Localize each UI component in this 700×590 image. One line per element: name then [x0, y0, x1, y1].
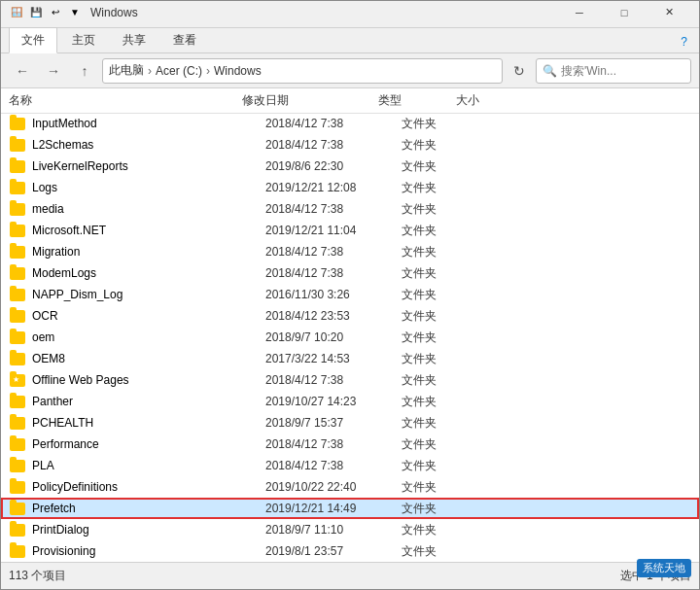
file-name: OEM8: [32, 352, 265, 365]
help-button[interactable]: ?: [677, 31, 691, 52]
file-name: Performance: [32, 437, 265, 451]
file-date: 2018/4/12 23:53: [265, 309, 402, 323]
table-row[interactable]: Microsoft.NET2019/12/21 11:04文件夹: [1, 220, 699, 241]
file-type: 文件夹: [402, 351, 479, 367]
folder-icon: [9, 201, 26, 217]
file-date: 2019/12/21 12:08: [265, 181, 402, 194]
search-input[interactable]: [561, 64, 684, 78]
search-icon: 🔍: [542, 64, 557, 78]
minimize-button[interactable]: ─: [557, 0, 602, 28]
tab-file[interactable]: 文件: [9, 27, 57, 53]
table-row[interactable]: OEM82017/3/22 14:53文件夹: [1, 348, 699, 369]
folder-icon: [9, 394, 26, 409]
table-row[interactable]: Panther2019/10/27 14:23文件夹: [1, 391, 699, 412]
file-date: 2018/4/12 7:38: [265, 266, 402, 280]
quick-access-icon[interactable]: 💾: [28, 5, 44, 20]
maximize-button[interactable]: □: [602, 0, 647, 28]
col-header-size[interactable]: 大小: [456, 92, 534, 109]
table-row[interactable]: Performance2018/4/12 7:38文件夹: [1, 434, 699, 455]
title-bar-icons: 🪟 💾 ↩ ▼: [9, 5, 83, 20]
file-name: InputMethod: [32, 117, 265, 130]
table-row[interactable]: LiveKernelReports2019/8/6 22:30文件夹: [1, 156, 699, 177]
properties-icon[interactable]: ▼: [67, 5, 83, 20]
file-date: 2018/4/12 7:38: [265, 202, 402, 216]
file-date: 2019/12/21 11:04: [265, 224, 402, 237]
file-date: 2017/3/22 14:53: [265, 352, 402, 365]
col-header-type[interactable]: 类型: [378, 92, 456, 109]
table-row[interactable]: Migration2018/4/12 7:38文件夹: [1, 241, 699, 262]
file-type: 文件夹: [402, 543, 479, 560]
back-button[interactable]: ←: [9, 57, 36, 85]
folder-icon: [9, 116, 26, 131]
file-type: 文件夹: [402, 479, 479, 496]
close-button[interactable]: ✕: [647, 0, 691, 28]
file-date: 2018/9/7 11:10: [265, 523, 402, 537]
up-button[interactable]: ↑: [71, 57, 98, 85]
file-name: Migration: [32, 245, 265, 259]
table-row[interactable]: media2018/4/12 7:38文件夹: [1, 198, 699, 220]
folder-icon: [9, 543, 26, 559]
file-name: Microsoft.NET: [32, 224, 265, 237]
tab-view[interactable]: 查看: [160, 27, 209, 52]
file-type: 文件夹: [402, 308, 479, 325]
file-name: Provisioning: [32, 544, 265, 558]
table-row[interactable]: InputMethod2018/4/12 7:38文件夹: [1, 114, 699, 134]
col-header-date[interactable]: 修改日期: [242, 92, 378, 109]
watermark: 系统天地: [637, 559, 691, 577]
window-title: Windows: [90, 6, 557, 19]
file-name: Logs: [32, 181, 265, 194]
file-date: 2018/4/12 7:38: [265, 437, 402, 451]
forward-button[interactable]: →: [40, 57, 67, 85]
file-type: 文件夹: [402, 522, 479, 538]
file-date: 2018/9/7 10:20: [265, 330, 402, 344]
refresh-button[interactable]: ↻: [507, 58, 532, 84]
file-name: Prefetch: [32, 502, 265, 515]
table-row[interactable]: oem2018/9/7 10:20文件夹: [1, 327, 699, 348]
search-bar[interactable]: 🔍: [536, 58, 691, 84]
file-name: ModemLogs: [32, 266, 265, 280]
table-row[interactable]: Provisioning2019/8/1 23:57文件夹: [1, 540, 699, 562]
table-row[interactable]: L2Schemas2018/4/12 7:38文件夹: [1, 134, 699, 156]
file-name: OCR: [32, 309, 265, 323]
table-row[interactable]: ModemLogs2018/4/12 7:38文件夹: [1, 262, 699, 284]
col-header-name[interactable]: 名称: [9, 92, 242, 109]
file-date: 2018/4/12 7:38: [265, 138, 402, 152]
file-type: 文件夹: [402, 394, 479, 410]
breadcrumb-drive[interactable]: Acer (C:): [156, 64, 202, 78]
file-type: 文件夹: [402, 330, 479, 346]
tab-home[interactable]: 主页: [59, 27, 108, 52]
table-row[interactable]: NAPP_Dism_Log2016/11/30 3:26文件夹: [1, 284, 699, 305]
folder-icon: [9, 458, 26, 473]
folder-icon: [9, 351, 26, 366]
title-controls: ─ □ ✕: [557, 0, 691, 28]
address-bar[interactable]: 此电脑 › Acer (C:) › Windows: [102, 58, 503, 84]
file-list[interactable]: ImmersiveControlPanel2019/10/22 22:40文件夹…: [1, 114, 699, 562]
file-date: 2019/8/6 22:30: [265, 159, 402, 173]
table-row[interactable]: PLA2018/4/12 7:38文件夹: [1, 455, 699, 476]
folder-icon: [9, 436, 26, 452]
file-type: 文件夹: [402, 223, 479, 239]
file-date: 2018/4/12 7:38: [265, 117, 402, 130]
file-type: 文件夹: [402, 158, 479, 175]
breadcrumb-computer[interactable]: 此电脑: [109, 62, 144, 79]
undo-icon[interactable]: ↩: [48, 5, 63, 20]
window-icon: 🪟: [9, 5, 24, 20]
table-row[interactable]: PrintDialog2018/9/7 11:10文件夹: [1, 519, 699, 540]
file-type: 文件夹: [402, 287, 479, 303]
column-headers: 名称 修改日期 类型 大小: [1, 88, 699, 114]
tab-share[interactable]: 共享: [110, 27, 158, 52]
folder-icon: [9, 522, 26, 538]
file-date: 2018/9/7 15:37: [265, 416, 402, 430]
table-row[interactable]: OCR2018/4/12 23:53文件夹: [1, 305, 699, 327]
file-type: 文件夹: [402, 137, 479, 154]
table-row[interactable]: Prefetch2019/12/21 14:49文件夹: [1, 498, 699, 519]
table-row[interactable]: Offline Web Pages2018/4/12 7:38文件夹: [1, 369, 699, 391]
table-row[interactable]: Logs2019/12/21 12:08文件夹: [1, 177, 699, 198]
file-type: 文件夹: [402, 265, 479, 282]
folder-icon: [9, 415, 26, 431]
file-name: oem: [32, 330, 265, 344]
file-name: PrintDialog: [32, 523, 265, 537]
table-row[interactable]: PCHEALTH2018/9/7 15:37文件夹: [1, 412, 699, 434]
table-row[interactable]: PolicyDefinitions2019/10/22 22:40文件夹: [1, 476, 699, 498]
folder-icon: [9, 501, 26, 516]
